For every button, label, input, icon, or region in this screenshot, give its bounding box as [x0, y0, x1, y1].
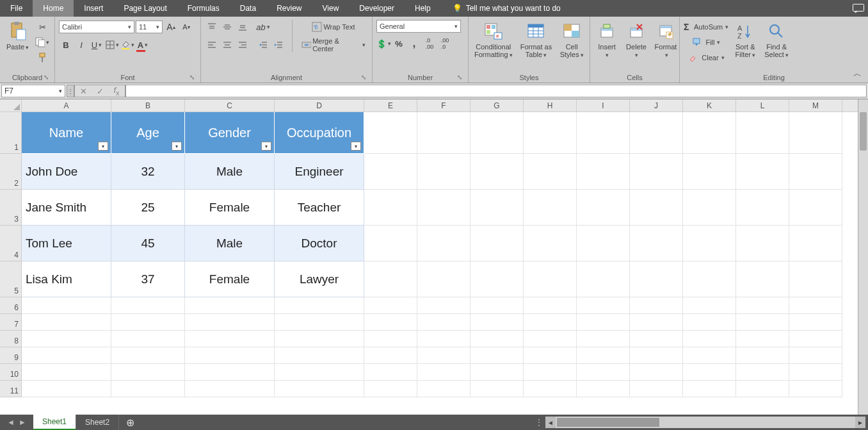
dialog-launcher-icon[interactable]: ⤡: [359, 74, 368, 83]
comments-icon[interactable]: [849, 0, 868, 17]
table-cell[interactable]: Lisa Kim: [22, 261, 111, 297]
column-header-K[interactable]: K: [683, 99, 736, 112]
name-box[interactable]: F7▾: [1, 85, 65, 97]
cell[interactable]: [275, 331, 364, 347]
prev-sheet-button[interactable]: ◄: [5, 418, 17, 427]
table-cell[interactable]: John Doe: [22, 154, 111, 190]
tab-data[interactable]: Data: [230, 0, 266, 17]
row-header-7[interactable]: 7: [0, 314, 22, 331]
font-name-combo[interactable]: Calibri▾: [59, 21, 134, 33]
cell[interactable]: [577, 190, 630, 226]
table-cell[interactable]: Lawyer: [275, 261, 364, 297]
cell[interactable]: [111, 314, 185, 331]
cell[interactable]: [364, 331, 417, 347]
cell[interactable]: [22, 314, 111, 331]
cell[interactable]: [470, 331, 524, 347]
cell[interactable]: [470, 226, 524, 261]
cell[interactable]: [275, 297, 364, 314]
table-header-name[interactable]: Name▾: [22, 112, 111, 154]
column-header-H[interactable]: H: [524, 99, 577, 112]
dialog-launcher-icon[interactable]: ⤡: [188, 74, 197, 83]
format-painter-button[interactable]: [35, 51, 49, 65]
column-header-G[interactable]: G: [470, 99, 524, 112]
tab-review[interactable]: Review: [266, 0, 312, 17]
scrollbar-thumb[interactable]: [557, 418, 659, 427]
cell[interactable]: [524, 314, 577, 331]
cell[interactable]: [470, 347, 524, 364]
dialog-launcher-icon[interactable]: ⤡: [455, 74, 464, 83]
cell[interactable]: [789, 226, 842, 261]
cell[interactable]: [577, 226, 630, 261]
cell[interactable]: [470, 297, 524, 314]
align-middle-button[interactable]: [220, 20, 234, 34]
column-header-J[interactable]: J: [630, 99, 683, 112]
number-format-combo[interactable]: General▾: [376, 20, 461, 33]
cell[interactable]: [364, 154, 417, 190]
cell[interactable]: [364, 190, 417, 226]
comma-button[interactable]: ,: [407, 37, 421, 51]
cell[interactable]: [577, 297, 630, 314]
cell[interactable]: [111, 347, 185, 364]
cell[interactable]: [630, 190, 683, 226]
cell[interactable]: [630, 261, 683, 297]
cell[interactable]: [364, 261, 417, 297]
underline-button[interactable]: U▾: [90, 38, 104, 52]
tab-file[interactable]: File: [0, 0, 33, 17]
table-cell[interactable]: Teacher: [275, 190, 364, 226]
cell[interactable]: [683, 347, 736, 364]
table-cell[interactable]: Male: [185, 226, 275, 261]
cell[interactable]: [577, 347, 630, 364]
cell[interactable]: [789, 331, 842, 347]
cell[interactable]: [364, 381, 417, 397]
cell[interactable]: [275, 364, 364, 381]
add-sheet-button[interactable]: ⊕: [119, 415, 141, 430]
cell[interactable]: [683, 331, 736, 347]
italic-button[interactable]: I: [74, 38, 88, 52]
table-cell[interactable]: Female: [185, 190, 275, 226]
cell[interactable]: [789, 297, 842, 314]
cell[interactable]: [470, 381, 524, 397]
conditional-formatting-button[interactable]: ≠ Conditional Formatting▾: [472, 20, 515, 60]
align-center-button[interactable]: [220, 38, 234, 52]
table-header-age[interactable]: Age▾: [111, 112, 185, 154]
cell[interactable]: [577, 112, 630, 154]
increase-font-button[interactable]: A▴: [164, 20, 178, 34]
cell[interactable]: [22, 381, 111, 397]
select-all-corner[interactable]: [0, 99, 22, 112]
autosum-button[interactable]: Σ AutoSum▾: [684, 20, 728, 34]
cell[interactable]: [417, 154, 470, 190]
cell[interactable]: [22, 364, 111, 381]
cell[interactable]: [185, 297, 275, 314]
column-header-I[interactable]: I: [577, 99, 630, 112]
cell[interactable]: [736, 154, 789, 190]
decrease-font-button[interactable]: A▾: [179, 20, 193, 34]
cell[interactable]: [736, 297, 789, 314]
cell[interactable]: [789, 112, 842, 154]
cell[interactable]: [789, 347, 842, 364]
row-header-1[interactable]: 1: [0, 112, 22, 154]
cell[interactable]: [683, 190, 736, 226]
dialog-launcher-icon[interactable]: ⤡: [42, 74, 51, 83]
cell[interactable]: [275, 381, 364, 397]
find-select-button[interactable]: Find & Select▾: [762, 20, 791, 60]
cell-styles-button[interactable]: Cell Styles▾: [558, 20, 586, 60]
cell[interactable]: [364, 347, 417, 364]
cell[interactable]: [417, 381, 470, 397]
increase-decimal-button[interactable]: .0.00: [422, 37, 437, 51]
table-header-gender[interactable]: Gender▾: [185, 112, 275, 154]
cell[interactable]: [470, 190, 524, 226]
filter-dropdown-icon[interactable]: ▾: [172, 142, 182, 151]
column-header-C[interactable]: C: [185, 99, 275, 112]
cell[interactable]: [524, 331, 577, 347]
cell[interactable]: [630, 112, 683, 154]
orientation-button[interactable]: ab▾: [256, 20, 270, 34]
horizontal-scrollbar[interactable]: ◄ ►: [545, 417, 865, 428]
borders-button[interactable]: ▾: [105, 38, 119, 52]
format-as-table-button[interactable]: Format as Table▾: [518, 20, 554, 60]
cell[interactable]: [630, 314, 683, 331]
align-right-button[interactable]: [236, 38, 250, 52]
namebox-resize[interactable]: ⋮: [67, 85, 74, 97]
cell[interactable]: [417, 331, 470, 347]
format-cells-button[interactable]: Format▾: [653, 20, 679, 60]
row-header-9[interactable]: 9: [0, 347, 22, 364]
